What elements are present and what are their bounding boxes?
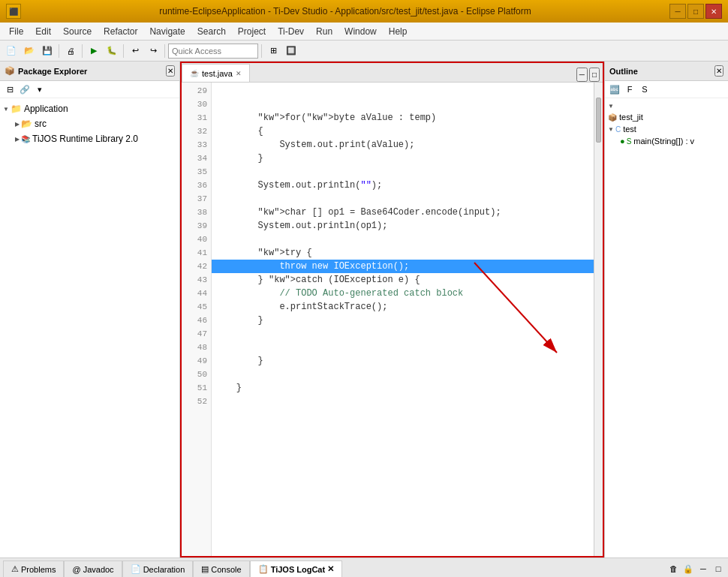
outline-item-test-class[interactable]: ▼ C test	[608, 123, 725, 135]
editor-tab-test-java[interactable]: ☕ test.java ✕	[182, 64, 250, 82]
code-line-36: System.out.println("");	[215, 179, 591, 192]
code-line-41: "kw">try {	[215, 246, 591, 260]
menu-item-file[interactable]: File	[3, 25, 29, 38]
maximize-bottom-button[interactable]: □	[711, 562, 725, 575]
editor-scrollbar-vertical[interactable]	[594, 83, 603, 556]
outline-collapse-arrow: ▼	[608, 103, 614, 110]
jar-icon: 📚	[21, 135, 30, 143]
code-line-42: throw new IOException();	[215, 260, 591, 273]
tree-item-src[interactable]: ▶ 📂 src	[0, 116, 179, 131]
minimize-editor-button[interactable]: ─	[576, 68, 588, 82]
maximize-button[interactable]: □	[687, 4, 704, 19]
clear-logcat-button[interactable]: 🗑	[666, 562, 680, 575]
scrollbar-thumb[interactable]	[596, 98, 601, 143]
code-line-35	[215, 165, 591, 179]
expand-arrow-tijos: ▶	[15, 136, 20, 143]
package-icon: 📦	[608, 113, 617, 122]
save-button[interactable]: 💾	[39, 43, 56, 59]
outline-close[interactable]: ✕	[714, 65, 723, 77]
titlebar: ⬛ runtime-EclipseApplication - Ti-Dev St…	[0, 0, 728, 23]
console-icon: ▤	[201, 564, 209, 574]
code-line-51: }	[215, 381, 591, 395]
menu-item-search[interactable]: Search	[191, 25, 232, 38]
outline-header: Outline ✕	[605, 62, 728, 81]
tab-problems[interactable]: ⚠ Problems	[3, 560, 64, 577]
scroll-lock-button[interactable]: 🔒	[681, 562, 695, 575]
code-line-30	[215, 98, 591, 111]
quick-access-input[interactable]	[168, 44, 258, 59]
code-line-37	[215, 192, 591, 206]
tree-item-application[interactable]: ▼ 📁 Application	[0, 101, 179, 116]
outline-panel: Outline ✕ 🔤 F S ▼ 📦 test_jit ▼ C test ● …	[604, 62, 728, 557]
menu-item-refactor[interactable]: Refactor	[98, 25, 143, 38]
menubar: FileEditSourceRefactorNavigateSearchProj…	[0, 23, 728, 41]
menu-item-edit[interactable]: Edit	[29, 25, 57, 38]
menu-item-run[interactable]: Run	[310, 25, 338, 38]
code-line-52	[215, 395, 591, 408]
package-explorer-close[interactable]: ✕	[166, 65, 175, 77]
run-button[interactable]: ▶	[86, 43, 102, 59]
editor-area: ☕ test.java ✕ ─ □ 2930313233343536373839…	[180, 62, 604, 557]
outline-hide-static-button[interactable]: S	[638, 83, 651, 96]
logcat-close[interactable]: ✕	[327, 564, 334, 574]
redo-button[interactable]: ↪	[145, 43, 161, 59]
workbench-button[interactable]: 🔲	[283, 43, 299, 59]
code-content[interactable]: "kw">for("kw">byte aValue : temp) { Syst…	[212, 83, 594, 556]
outline-sort-button[interactable]: 🔤	[608, 83, 621, 96]
link-editor-button[interactable]: 🔗	[18, 83, 32, 96]
editor-tab-bar: ☕ test.java ✕ ─ □	[182, 63, 603, 83]
outline-hide-fields-button[interactable]: F	[623, 83, 636, 96]
menu-item-navigate[interactable]: Navigate	[143, 25, 191, 38]
code-line-45: e.printStackTrace();	[215, 300, 591, 314]
bottom-panel-actions: 🗑 🔒 ─ □	[663, 560, 728, 577]
project-icon: 📁	[11, 104, 22, 114]
open-button[interactable]: 📂	[21, 43, 38, 59]
code-line-31: "kw">for("kw">byte aValue : temp)	[215, 111, 591, 125]
editor-tab-close-button[interactable]: ✕	[236, 70, 242, 77]
undo-button[interactable]: ↩	[127, 43, 143, 59]
minimize-button[interactable]: ─	[669, 4, 686, 19]
new-button[interactable]: 📄	[3, 43, 20, 59]
expand-arrow-src: ▶	[15, 121, 20, 128]
outline-item-expand[interactable]: ▼	[608, 101, 725, 111]
code-line-46: }	[215, 314, 591, 327]
outline-package-label: test_jit	[619, 113, 643, 122]
close-button[interactable]: ✕	[705, 4, 722, 19]
perspective-button[interactable]: ⊞	[265, 43, 281, 59]
outline-method-label: main(String[]) : v	[633, 137, 694, 146]
expand-arrow-application: ▼	[3, 106, 9, 113]
menu-item-project[interactable]: Project	[232, 25, 272, 38]
tab-declaration[interactable]: 📄 Declaration	[122, 560, 194, 577]
toolbar-separator-3	[123, 44, 124, 58]
toolbar: 📄 📂 💾 🖨 ▶ 🐛 ↩ ↪ ⊞ 🔲	[0, 41, 728, 62]
window-title: runtime-EclipseApplication - Ti-Dev Stud…	[21, 6, 669, 17]
menu-item-source[interactable]: Source	[57, 25, 98, 38]
collapse-all-button[interactable]: ⊟	[3, 83, 17, 96]
pkg-menu-button[interactable]: ▾	[33, 83, 47, 96]
menu-item-help[interactable]: Help	[383, 25, 414, 38]
outline-class-label: test	[623, 125, 636, 134]
code-line-32: {	[215, 125, 591, 138]
code-line-48	[215, 341, 591, 354]
tab-javadoc[interactable]: @ Javadoc	[64, 560, 122, 577]
print-button[interactable]: 🖨	[62, 43, 79, 59]
maximize-editor-button[interactable]: □	[589, 68, 600, 82]
outline-item-test-jit[interactable]: 📦 test_jit	[608, 111, 725, 123]
tab-tijos-logcat[interactable]: 📋 TiJOS LogCat ✕	[250, 560, 343, 577]
debug-button[interactable]: 🐛	[104, 43, 120, 59]
outline-item-main-method[interactable]: ● S main(String[]) : v	[608, 135, 725, 147]
menu-item-window[interactable]: Window	[338, 25, 383, 38]
method-icon: S	[627, 137, 632, 146]
method-access-icon: ●	[620, 137, 625, 146]
package-explorer-panel: 📦 Package Explorer ✕ ⊟ 🔗 ▾ ▼ 📁 Applicati…	[0, 62, 180, 557]
tree-item-tijos[interactable]: ▶ 📚 TiJOS Runtime Library 2.0	[0, 131, 179, 146]
tab-console[interactable]: ▤ Console	[193, 560, 249, 577]
bottom-area: ⚠ Problems @ Javadoc 📄 Declaration ▤ Con…	[0, 557, 728, 577]
package-explorer-title: Package Explorer	[18, 67, 87, 76]
menu-item-ti-dev[interactable]: Ti-Dev	[272, 25, 310, 38]
code-line-38: "kw">char [] op1 = Base64Coder.encode(in…	[215, 206, 591, 219]
tijos-label: TiJOS Runtime Library 2.0	[32, 134, 138, 144]
app-icon: ⬛	[6, 4, 21, 19]
main-area: 📦 Package Explorer ✕ ⊟ 🔗 ▾ ▼ 📁 Applicati…	[0, 62, 728, 557]
minimize-bottom-button[interactable]: ─	[696, 562, 710, 575]
